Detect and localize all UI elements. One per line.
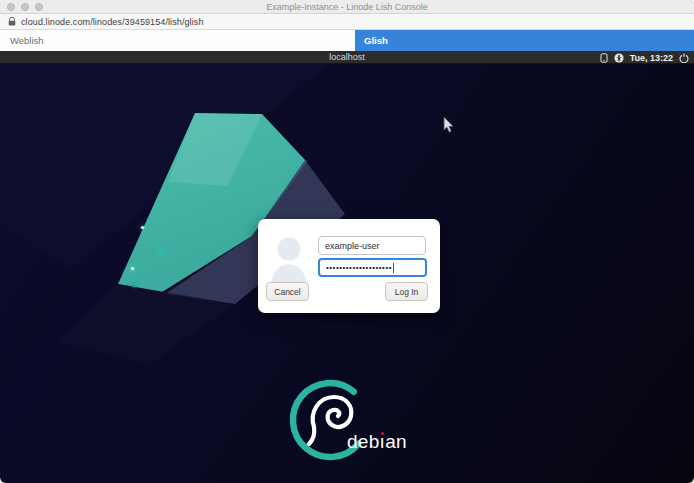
accessibility-icon[interactable] [614, 53, 624, 63]
glow-dot [141, 226, 144, 229]
debian-swirl-logo [285, 364, 385, 474]
tab-weblish[interactable]: Weblish [0, 30, 355, 51]
glow-dot [158, 250, 163, 255]
mouse-cursor-icon [443, 117, 454, 137]
debian-wordmark: debıan [347, 431, 407, 453]
glow-dot [156, 270, 160, 274]
glow-dot [132, 284, 136, 288]
gdm-desktop: example-user •••••••••••••••••••• Cancel… [0, 64, 694, 483]
power-icon[interactable] [679, 53, 689, 63]
tab-weblish-label: Weblish [10, 35, 44, 46]
cancel-button[interactable]: Cancel [266, 282, 309, 301]
window-title: Example-Instance - Linode Lish Console [0, 0, 694, 14]
tab-glish[interactable]: Glish [355, 30, 694, 51]
username-value: example-user [325, 241, 380, 251]
url-text[interactable]: cloud.linode.com/linodes/39459154/lish/g… [21, 17, 204, 27]
debian-wordmark-i: ı [380, 431, 386, 452]
gnome-top-bar: localhost Tue, 13:22 [0, 51, 694, 64]
cancel-button-label: Cancel [274, 287, 300, 297]
password-field[interactable]: •••••••••••••••••••• [318, 258, 427, 277]
password-masked-value: •••••••••••••••••••• [326, 260, 392, 275]
tab-glish-label: Glish [364, 35, 388, 46]
text-caret [393, 263, 394, 273]
debian-wordmark-part: deb [347, 431, 380, 452]
address-bar[interactable]: cloud.linode.com/linodes/39459154/lish/g… [0, 14, 694, 30]
debian-wordmark-part: an [385, 431, 407, 452]
username-field[interactable]: example-user [318, 236, 426, 255]
browser-window: Example-Instance - Linode Lish Console c… [0, 0, 694, 483]
log-in-button-label: Log In [395, 287, 419, 297]
macos-titlebar: Example-Instance - Linode Lish Console [0, 0, 694, 14]
lish-tab-bar: Weblish Glish [0, 30, 694, 51]
lock-icon [8, 17, 16, 26]
glow-dot [131, 267, 134, 270]
log-in-button[interactable]: Log In [385, 282, 428, 301]
hostname-label: localhost [0, 51, 694, 64]
login-dialog: example-user •••••••••••••••••••• Cancel… [258, 219, 440, 313]
tablet-icon[interactable] [600, 53, 608, 63]
clock-label[interactable]: Tue, 13:22 [630, 53, 673, 63]
